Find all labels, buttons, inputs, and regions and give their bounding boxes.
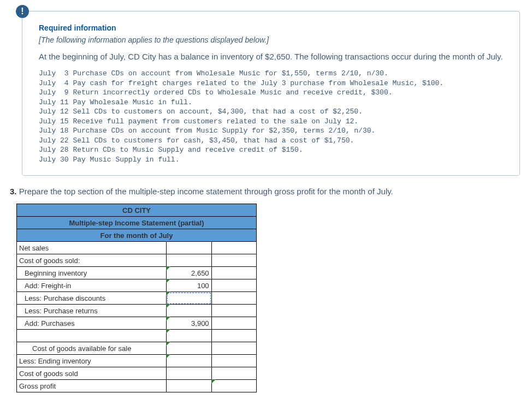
cell-cogs-total-1[interactable] [167,367,211,380]
triangle-icon [166,279,170,283]
label-purch-ret: Less: Purchase returns [17,305,167,317]
row-net-sales: Net sales [17,242,257,254]
row-freight-in: Add: Freight-in 100 [17,279,257,292]
question-body: Prepare the top section of the multiple-… [19,187,393,196]
label-cogs-total: Cost of goods sold [17,367,167,380]
cell-cogs-1[interactable] [167,254,211,267]
row-beginning-inventory: Beginning inventory 2,650 [17,267,257,279]
stmt-title-company: CD CITY [17,204,257,217]
triangle-icon [166,329,170,333]
triangle-icon [166,304,170,308]
cell-cogs-total-2[interactable] [211,367,256,380]
cell-gp-2[interactable] [211,380,256,392]
triangle-icon [166,291,170,296]
cell-net-sales-1[interactable] [167,242,211,254]
cell-blank-1[interactable] [167,330,211,342]
triangle-icon [166,342,170,346]
label-net-sales: Net sales [17,242,167,254]
cell-purch-ret[interactable] [167,305,211,317]
stmt-title-period: For the month of July [17,229,257,242]
label-cogas: Cost of goods available for sale [17,342,167,355]
cell-purch-ret-2[interactable] [211,305,256,317]
cell-purchases-2[interactable] [211,317,256,330]
cell-cogas-2[interactable] [211,342,256,355]
required-subhead: [The following information applies to th… [39,35,503,44]
cell-gp-1[interactable] [167,380,211,392]
row-purchase-discounts: Less: Purchase discounts [17,292,257,305]
info-icon: ! [16,5,29,18]
label-cogs: Cost of goods sold: [17,254,167,267]
label-purch-disc: Less: Purchase discounts [17,292,167,305]
row-cogs-total: Cost of goods sold [17,367,257,380]
cell-purchases[interactable]: 3,900 [167,317,211,330]
stmt-title-type: Multiple-step Income Statement (partial) [17,217,257,229]
transactions-block: July 3 Purchase CDs on account from Whol… [39,69,503,164]
triangle-icon [166,354,170,359]
cell-purch-disc-2[interactable] [211,292,256,305]
required-heading: Required information [39,23,503,32]
row-ending-inventory: Less: Ending inventory [17,355,257,367]
cell-blank-2[interactable] [211,330,256,342]
cell-freight[interactable]: 100 [167,279,211,292]
label-gross-profit: Gross profit [17,380,167,392]
cell-beg-inv[interactable]: 2,650 [167,267,211,279]
cell-cogs-2[interactable] [211,254,256,267]
row-purchases: Add: Purchases 3,900 [17,317,257,330]
row-cogas: Cost of goods available for sale [17,342,257,355]
question-number: 3. [10,187,17,196]
row-purchase-returns: Less: Purchase returns [17,305,257,317]
question-text: 3. Prepare the top section of the multip… [10,187,522,196]
row-blank [17,330,257,342]
cell-end-inv-2[interactable] [211,355,256,367]
row-cogs-label: Cost of goods sold: [17,254,257,267]
cell-cogas-1[interactable] [167,342,211,355]
row-gross-profit: Gross profit [17,380,257,392]
cell-freight-2[interactable] [211,279,256,292]
cell-beg-inv-2[interactable] [211,267,256,279]
triangle-icon [166,266,170,271]
label-freight: Add: Freight-in [17,279,167,292]
cell-net-sales-2[interactable] [211,242,256,254]
income-statement-table: CD CITY Multiple-step Income Statement (… [16,204,257,392]
label-end-inv: Less: Ending inventory [17,355,167,367]
label-purchases: Add: Purchases [17,317,167,330]
label-beg-inv: Beginning inventory [17,267,167,279]
triangle-icon [211,379,216,384]
label-blank [17,330,167,342]
required-info-panel: ! Required information [The following in… [22,11,520,176]
cell-purch-disc[interactable] [167,292,211,305]
cell-end-inv-1[interactable] [167,355,211,367]
triangle-icon [166,317,170,321]
intro-text: At the beginning of July, CD City has a … [39,52,503,61]
